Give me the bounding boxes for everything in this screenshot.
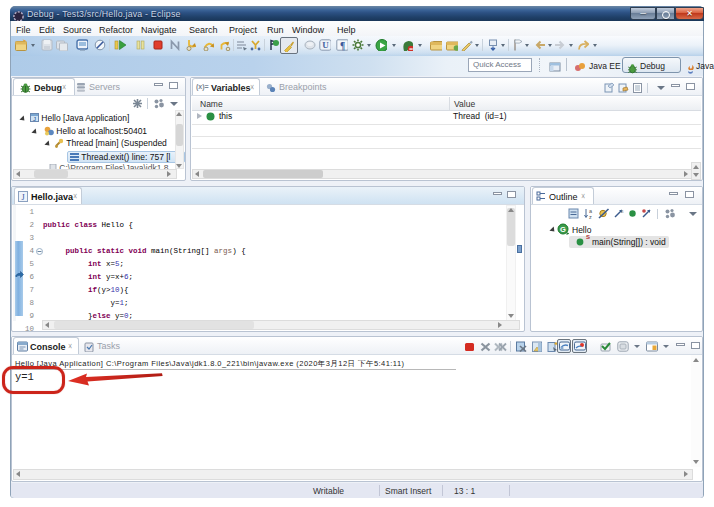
svg-text:¶: ¶ (340, 41, 345, 51)
svg-text:J: J (33, 116, 36, 122)
svg-text:s: s (621, 208, 624, 214)
svg-text:G: G (560, 225, 566, 234)
svg-text:z: z (589, 214, 592, 220)
svg-text:U: U (322, 40, 329, 50)
svg-text:J: J (21, 193, 24, 202)
